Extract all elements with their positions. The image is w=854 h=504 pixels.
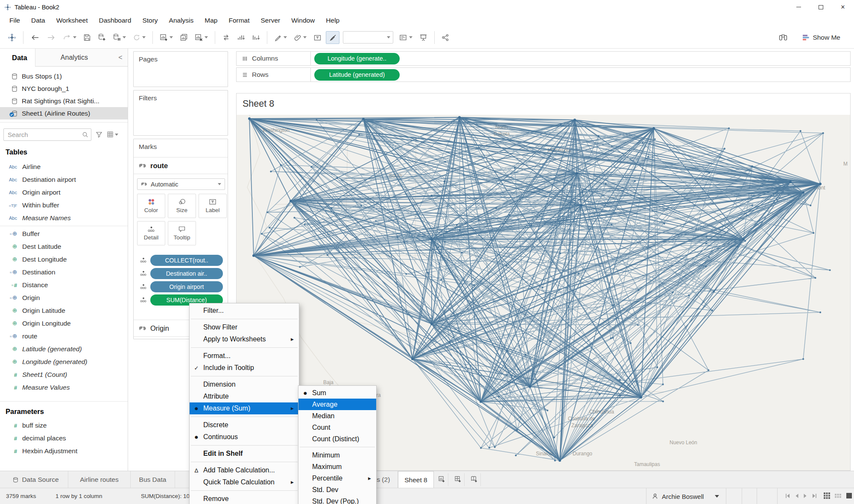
menu-item-show-filter[interactable]: Show Filter [190, 321, 299, 333]
field-distance[interactable]: =#Distance [0, 279, 128, 291]
sheet-tab-sheet-8[interactable]: Sheet 8 [398, 471, 434, 488]
menu-data[interactable]: Data [31, 17, 45, 24]
collapse-panel-button[interactable]: < [113, 49, 128, 67]
field-destination[interactable]: =⊕Destination [0, 266, 128, 279]
pill-collect-rout[interactable]: COLLECT(rout.. [150, 255, 223, 266]
new-worksheet-button[interactable] [157, 31, 175, 44]
presentation-mode-button[interactable] [417, 32, 430, 44]
previous-page-icon[interactable] [794, 492, 799, 501]
search-input[interactable] [8, 131, 82, 138]
menu-item-edit-in-shelf[interactable]: Edit in Shelf [190, 448, 299, 460]
field-origin[interactable]: =⊕Origin [0, 291, 128, 304]
sheet-tab-bus-data[interactable]: Bus Data [131, 471, 175, 488]
forward-arrow-button[interactable] [44, 32, 58, 44]
size-button[interactable]: Size [168, 194, 196, 218]
filters-shelf[interactable]: Filters [133, 90, 228, 136]
back-arrow-button[interactable] [28, 32, 42, 44]
field-airline[interactable]: AbcAirline [0, 160, 128, 173]
tab-analytics[interactable]: Analytics [35, 49, 113, 67]
menu-story[interactable]: Story [142, 17, 158, 24]
filter-fields-icon[interactable] [96, 131, 102, 138]
menu-item-measure-sum[interactable]: ●Measure (Sum)▶ [190, 402, 299, 414]
field-measure-values[interactable]: #Measure Values [0, 381, 128, 394]
clear-highlight-button[interactable] [326, 31, 339, 44]
field-destination-airport[interactable]: AbcDestination airport [0, 173, 128, 186]
first-page-icon[interactable] [785, 492, 791, 501]
fit-selector-button[interactable] [397, 32, 415, 44]
search-box[interactable] [3, 128, 91, 141]
field-within-buffer[interactable]: =T|FWithin buffer [0, 199, 128, 212]
maximize-button[interactable] [810, 0, 832, 14]
field-decimal-places[interactable]: #decimal places [0, 432, 128, 445]
menu-file[interactable]: File [9, 17, 20, 24]
menu-item-include-in-tooltip[interactable]: ✓Include in Tooltip [190, 362, 299, 374]
show-me-button[interactable]: Show Me [802, 34, 840, 41]
toolbar-combobox[interactable] [343, 31, 393, 44]
minimize-button[interactable] [787, 0, 810, 14]
field-dest-longitude[interactable]: ⊕Dest Longitude [0, 253, 128, 266]
view-as-grid-icon[interactable] [107, 131, 118, 138]
menu-item-apply-to-worksheets[interactable]: Apply to Worksheets▶ [190, 333, 299, 345]
data-source-nyc-borough-1[interactable]: NYC borough_1 [0, 82, 128, 95]
pause-auto-updates-button[interactable] [110, 31, 129, 44]
menu-item-count[interactable]: Count [298, 422, 376, 433]
sort-descending-button[interactable] [249, 32, 263, 44]
sheet-tab-airline-routes[interactable]: Airline routes [68, 471, 131, 488]
find-button[interactable] [776, 31, 790, 44]
field-origin-airport[interactable]: AbcOrigin airport [0, 186, 128, 199]
menu-item-minimum[interactable]: Minimum [298, 449, 376, 461]
last-page-icon[interactable] [811, 492, 817, 501]
highlight-pen-button[interactable] [272, 32, 290, 44]
new-worksheet-button[interactable] [436, 473, 448, 486]
columns-shelf[interactable]: Columns Longitude (generate.. [236, 51, 851, 66]
tooltip-button[interactable]: Tooltip [168, 221, 196, 245]
tab-data[interactable]: Data [0, 49, 35, 67]
menu-worksheet[interactable]: Worksheet [56, 17, 88, 24]
sort-ascending-button[interactable] [234, 32, 248, 44]
columns-pill-longitude[interactable]: Longitude (generate.. [314, 53, 400, 64]
menu-item-continuous[interactable]: ●Continuous [190, 431, 299, 443]
pill-destination-air[interactable]: Destination air.. [150, 268, 223, 279]
label-button[interactable]: Label [199, 194, 227, 218]
pill-origin-airport[interactable]: Origin airport [150, 281, 223, 292]
user-menu[interactable]: Archie Boswell [646, 488, 726, 504]
sheet-tab-data-source[interactable]: Data Source [3, 471, 68, 488]
color-button[interactable]: Color [137, 194, 165, 218]
field-buffer[interactable]: =⊕Buffer [0, 227, 128, 240]
menu-item-discrete[interactable]: Discrete [190, 419, 299, 431]
redo-arrow-button[interactable] [60, 32, 79, 44]
menu-item-format[interactable]: Format... [190, 350, 299, 362]
menu-item-remove[interactable]: Remove [190, 493, 299, 504]
data-source-rat-sightings-rat-sighti[interactable]: Rat Sightings (Rat Sighti... [0, 95, 128, 107]
field-route[interactable]: =⊕route [0, 330, 128, 343]
field-hexbin-adjustment[interactable]: #Hexbin Adjustment [0, 445, 128, 457]
show-filmstrip-icon[interactable] [834, 492, 842, 501]
clear-sheet-button[interactable] [192, 31, 211, 44]
rows-shelf[interactable]: Rows Latitude (generated) [236, 67, 851, 82]
menu-item-filter[interactable]: Filter... [190, 305, 299, 317]
rows-pill-latitude[interactable]: Latitude (generated) [314, 69, 400, 81]
menu-format[interactable]: Format [228, 17, 249, 24]
new-dashboard-button[interactable] [452, 473, 465, 486]
menu-help[interactable]: Help [326, 17, 339, 24]
field-dest-latitude[interactable]: ⊕Dest Latitude [0, 240, 128, 253]
field-origin-longitude[interactable]: ⊕Origin Longitude [0, 317, 128, 330]
menu-item-quick-table-calculation[interactable]: Quick Table Calculation▶ [190, 476, 299, 488]
menu-item-std-dev[interactable]: Std. Dev [298, 484, 376, 495]
field-latitude-generated[interactable]: ⊕Latitude (generated) [0, 343, 128, 355]
swap-axes-button[interactable] [219, 32, 233, 44]
field-buff-size[interactable]: #buff size [0, 419, 128, 432]
duplicate-sheet-button[interactable] [177, 31, 190, 44]
menu-analysis[interactable]: Analysis [169, 17, 194, 24]
menu-item-median[interactable]: Median [298, 410, 376, 422]
data-source-bus-stops-1[interactable]: Bus Stops (1) [0, 70, 128, 82]
menu-server[interactable]: Server [261, 17, 281, 24]
show-sheet-icon[interactable] [845, 492, 853, 501]
field-longitude-generated[interactable]: ⊕Longitude (generated) [0, 355, 128, 368]
share-button[interactable] [439, 32, 452, 44]
menu-window[interactable]: Window [291, 17, 315, 24]
refresh-button[interactable] [130, 32, 148, 44]
save-button[interactable] [81, 32, 94, 44]
menu-item-average[interactable]: Average [298, 399, 376, 410]
menu-item-std-dev-pop[interactable]: Std. Dev (Pop.) [298, 495, 376, 504]
